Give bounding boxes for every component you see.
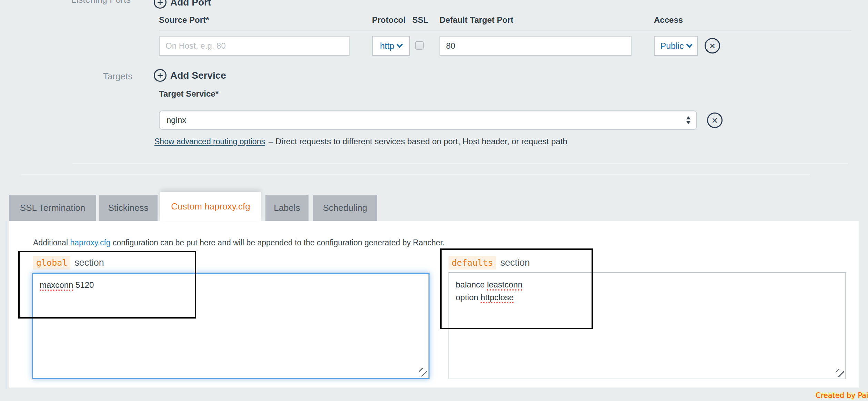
select-spinner-icon <box>686 116 691 124</box>
custom-haproxy-panel: Additional haproxy.cfg configuration can… <box>9 221 859 388</box>
config-line: option httpclose <box>456 291 839 304</box>
haproxy-intro-text: Additional haproxy.cfg configuration can… <box>33 238 445 247</box>
advanced-routing-description: – Direct requests to different services … <box>269 137 567 146</box>
paint-x-watermark: Created by Paint X <box>816 391 868 400</box>
chevron-down-icon <box>686 41 692 48</box>
target-service-select[interactable]: nginx <box>159 110 697 130</box>
resize-grip-icon[interactable] <box>419 368 427 376</box>
defaults-config-textarea[interactable]: balance leastconn option httpclose <box>448 272 846 379</box>
tab-stickiness[interactable]: Stickiness <box>99 195 158 221</box>
global-section-label: global section <box>33 256 104 270</box>
access-header: Access <box>654 15 683 25</box>
source-port-input[interactable] <box>159 36 350 56</box>
tab-labels[interactable]: Labels <box>265 195 309 221</box>
show-advanced-routing-link[interactable]: Show advanced routing options <box>154 137 265 146</box>
ssl-checkbox[interactable] <box>415 41 424 50</box>
targets-label: Targets <box>103 71 132 82</box>
remove-service-button[interactable]: × <box>707 113 723 128</box>
remove-port-button[interactable]: × <box>705 38 720 53</box>
config-line: balance leastconn <box>456 278 839 291</box>
source-port-header: Source Port* <box>159 15 209 25</box>
plus-circle-icon: + <box>154 0 166 9</box>
chevron-down-icon <box>396 41 403 48</box>
listening-ports-label: Listening Ports <box>71 0 131 5</box>
loadbalancer-config-screen: Listening Ports + Add Port Source Port* … <box>0 0 868 401</box>
divider <box>72 163 848 164</box>
tab-ssl-termination[interactable]: SSL Termination <box>9 195 96 221</box>
global-code-chip: global <box>33 256 70 270</box>
add-service-button[interactable]: + Add Service <box>154 69 226 82</box>
section-word: section <box>74 257 104 268</box>
add-service-label: Add Service <box>170 70 226 81</box>
protocol-select[interactable]: http <box>372 36 410 56</box>
intro-suffix: configuration can be put here and will b… <box>111 238 445 247</box>
close-icon: × <box>712 115 718 126</box>
target-service-value: nginx <box>166 115 186 125</box>
ssl-header: SSL <box>412 15 428 25</box>
tab-scheduling[interactable]: Scheduling <box>313 195 377 221</box>
section-word: section <box>500 257 530 268</box>
tab-custom-haproxy-cfg[interactable]: Custom haproxy.cfg <box>160 192 261 221</box>
protocol-value: http <box>380 41 394 51</box>
defaults-code-chip: defaults <box>448 256 496 270</box>
add-port-label: Add Port <box>170 0 211 8</box>
access-select[interactable]: Public <box>654 36 698 56</box>
default-target-port-input[interactable] <box>440 36 632 56</box>
global-config-textarea[interactable]: maxconn 5120 <box>32 273 430 379</box>
default-target-port-header: Default Target Port <box>440 15 513 25</box>
config-line: maxconn 5120 <box>40 278 422 291</box>
resize-grip-icon[interactable] <box>836 369 844 377</box>
plus-circle-icon: + <box>154 69 166 82</box>
add-port-button[interactable]: + Add Port <box>154 0 211 9</box>
intro-prefix: Additional <box>33 238 70 247</box>
access-value: Public <box>660 41 684 51</box>
defaults-section-label: defaults section <box>448 256 530 270</box>
panel-edge-line <box>6 221 7 389</box>
divider <box>21 174 810 175</box>
haproxy-cfg-link[interactable]: haproxy.cfg <box>70 238 110 247</box>
header-divider <box>159 30 851 31</box>
close-icon: × <box>709 41 716 51</box>
protocol-header: Protocol <box>372 15 405 25</box>
target-service-header: Target Service* <box>159 89 219 99</box>
